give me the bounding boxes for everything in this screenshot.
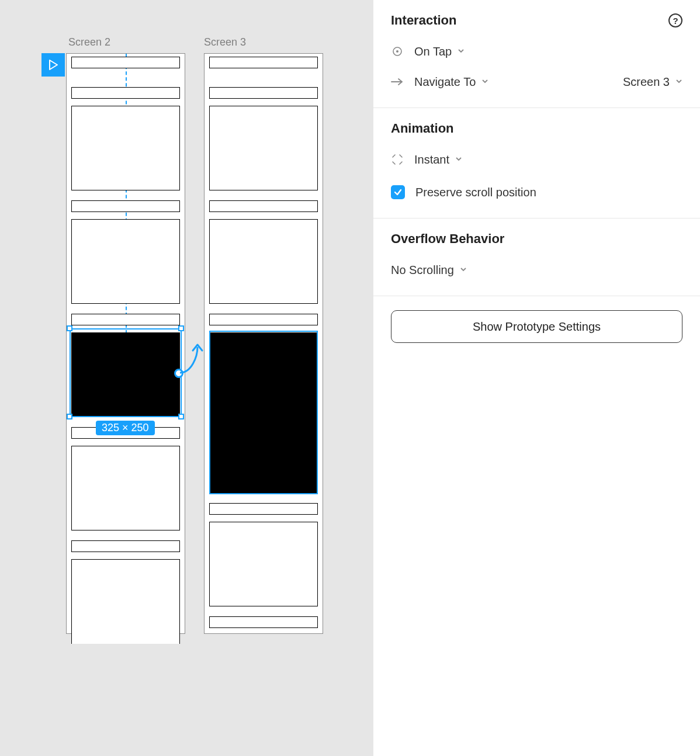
chevron-down-icon [675, 77, 682, 87]
selected-block[interactable] [71, 332, 180, 417]
check-icon [393, 188, 403, 197]
box [71, 314, 180, 325]
chevron-down-icon [458, 46, 465, 57]
box [71, 87, 180, 99]
box [71, 57, 180, 68]
box [209, 57, 318, 68]
target-block[interactable] [210, 332, 317, 493]
frame-screen-3[interactable] [204, 53, 323, 634]
trigger-row[interactable]: On Tap [391, 39, 682, 64]
overflow-section: Overflow Behavior No Scrolling [373, 219, 700, 296]
trigger-label: On Tap [414, 45, 452, 58]
action-row[interactable]: Navigate To Screen 3 [391, 69, 682, 95]
help-icon[interactable]: ? [668, 13, 682, 27]
box [71, 559, 180, 644]
box [71, 106, 180, 190]
selection-handle[interactable] [67, 414, 72, 419]
box [209, 219, 318, 304]
animation-type-row[interactable]: Instant [391, 147, 682, 172]
preserve-scroll-label: Preserve scroll position [415, 186, 536, 199]
svg-point-1 [396, 50, 398, 53]
preserve-scroll-row[interactable]: Preserve scroll position [391, 179, 682, 205]
play-icon [48, 60, 58, 70]
box [71, 219, 180, 304]
design-canvas[interactable]: Screen 2 Screen 3 325 × 250 [0, 0, 373, 756]
play-button[interactable] [41, 53, 65, 77]
box [71, 540, 180, 552]
animation-section: Animation Instant Preserve scroll positi… [373, 108, 700, 219]
animation-title: Animation [391, 121, 454, 136]
animation-type-label: Instant [414, 153, 449, 167]
box [71, 200, 180, 212]
box [209, 616, 318, 628]
action-label: Navigate To [414, 75, 476, 89]
overflow-value-row[interactable]: No Scrolling [391, 257, 682, 283]
interaction-title: Interaction [391, 13, 456, 28]
selection-handle[interactable] [67, 325, 72, 331]
instant-icon [391, 153, 404, 166]
interaction-section: Interaction ? On Tap Navigate To Screen … [373, 0, 700, 108]
dimension-badge: 325 × 250 [96, 421, 155, 435]
selection-handle[interactable] [178, 414, 184, 419]
chevron-down-icon [455, 154, 462, 165]
box [209, 200, 318, 212]
navigate-arrow-icon [391, 75, 404, 88]
overflow-title: Overflow Behavior [391, 231, 504, 247]
frame-label-screen-2: Screen 2 [68, 36, 110, 48]
box [209, 87, 318, 99]
frame-screen-2[interactable] [66, 53, 185, 634]
trigger-tap-icon [391, 45, 404, 58]
frame-label-screen-3: Screen 3 [204, 36, 246, 48]
box [209, 503, 318, 515]
destination-picker[interactable]: Screen 3 [623, 75, 682, 89]
inspector-panel: Interaction ? On Tap Navigate To Screen … [373, 0, 700, 756]
box [209, 522, 318, 606]
overflow-value: No Scrolling [391, 263, 454, 277]
box [209, 314, 318, 325]
box [71, 446, 180, 530]
box [209, 106, 318, 190]
destination-label: Screen 3 [623, 75, 670, 89]
chevron-down-icon [460, 265, 467, 275]
chevron-down-icon [481, 77, 488, 87]
preserve-scroll-checkbox[interactable] [391, 185, 405, 199]
show-prototype-settings-button[interactable]: Show Prototype Settings [391, 310, 682, 343]
